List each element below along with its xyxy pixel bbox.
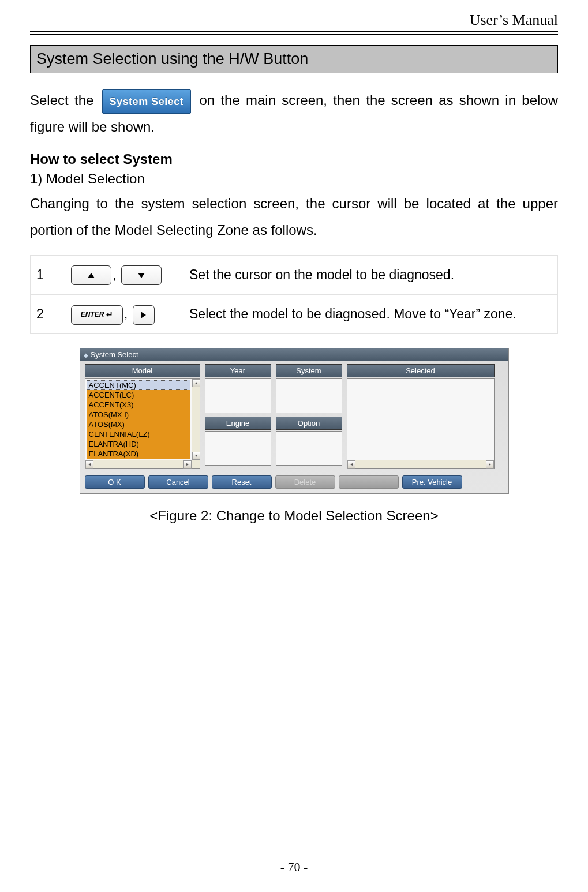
scroll-down-icon[interactable]: ▾	[192, 452, 200, 460]
system-option-column: System Option	[276, 364, 342, 466]
system-select-figure: ◆System Select Model ACCENT(MC) ACCENT(L…	[80, 348, 509, 494]
year-pane-header: Year	[205, 364, 271, 377]
list-item[interactable]: ATOS(MX)	[87, 419, 190, 429]
model-pane-header: Model	[85, 364, 200, 377]
row-keys: ENTER↵ ,	[65, 294, 183, 333]
running-head: User’s Manual	[30, 12, 558, 31]
diamond-icon: ◆	[84, 352, 88, 358]
table-row: 2 ENTER↵ , Select the model to be diagno…	[31, 294, 558, 333]
scroll-right-icon[interactable]: ▸	[183, 460, 192, 469]
how-to-select-system-heading: How to select System	[30, 151, 558, 167]
horizontal-scrollbar[interactable]: ◂ ▸	[85, 460, 192, 468]
model-selection-paragraph: Changing to the system selection screen,…	[30, 190, 558, 243]
blank-button	[339, 475, 399, 489]
engine-listbox[interactable]	[205, 431, 271, 466]
row-keys: ,	[65, 255, 183, 294]
model-pane: Model ACCENT(MC) ACCENT(LC) ACCENT(X3) A…	[85, 364, 200, 469]
reset-button[interactable]: Reset	[212, 475, 272, 489]
row-description: Select the model to be diagnosed. Move t…	[183, 294, 558, 333]
header-rule	[30, 31, 558, 35]
instruction-table: 1 , Set the cursor on the model to be di…	[30, 255, 558, 334]
down-arrow-key-icon	[121, 265, 162, 285]
list-item[interactable]: ACCENT(LC)	[87, 390, 190, 400]
selected-pane: Selected ◂ ▸	[347, 364, 495, 469]
window-title: System Select	[91, 350, 138, 359]
table-row: 1 , Set the cursor on the model to be di…	[31, 255, 558, 294]
row-description: Set the cursor on the model to be diagno…	[183, 255, 558, 294]
engine-pane: Engine	[205, 417, 271, 466]
scroll-up-icon[interactable]: ▴	[192, 379, 200, 387]
system-listbox[interactable]	[276, 378, 342, 413]
enter-key-icon: ENTER↵	[71, 305, 123, 325]
row-number: 2	[31, 294, 65, 333]
ok-button[interactable]: O K	[85, 475, 145, 489]
section-title: System Selection using the H/W Button	[30, 45, 558, 73]
system-pane: System	[276, 364, 342, 413]
scroll-left-icon[interactable]: ◂	[85, 460, 93, 469]
model-listbox[interactable]: ACCENT(MC) ACCENT(LC) ACCENT(X3) ATOS(MX…	[85, 378, 200, 469]
resize-grip-icon	[192, 460, 200, 468]
vertical-scrollbar[interactable]: ▴ ▾	[192, 379, 200, 460]
figure-body: Model ACCENT(MC) ACCENT(LC) ACCENT(X3) A…	[80, 361, 508, 473]
figure-caption: <Figure 2: Change to Model Selection Scr…	[30, 508, 558, 524]
option-pane-header: Option	[276, 417, 342, 430]
right-arrow-key-icon	[133, 305, 155, 325]
cancel-button[interactable]: Cancel	[148, 475, 208, 489]
figure-footer: O K Cancel Reset Delete Pre. Vehicle	[80, 473, 508, 493]
list-item[interactable]: ACCENT(MC)	[87, 380, 190, 390]
pre-vehicle-button[interactable]: Pre. Vehicle	[402, 475, 462, 489]
option-pane: Option	[276, 417, 342, 466]
delete-button[interactable]: Delete	[275, 475, 335, 489]
page: User’s Manual System Selection using the…	[0, 0, 588, 892]
horizontal-scrollbar[interactable]: ◂ ▸	[347, 460, 494, 468]
model-selection-number: 1) Model Selection	[30, 171, 558, 187]
scroll-left-icon[interactable]: ◂	[347, 460, 355, 469]
up-arrow-key-icon	[71, 265, 111, 285]
intro-text-before: Select the	[30, 92, 100, 108]
row-number: 1	[31, 255, 65, 294]
list-item[interactable]: ACCENT(X3)	[87, 400, 190, 410]
system-select-inline-button[interactable]: System Select	[102, 89, 192, 114]
window-title-bar: ◆System Select	[80, 348, 508, 361]
year-engine-column: Year Engine	[205, 364, 271, 466]
list-item[interactable]: ELANTRA(XD)	[87, 449, 190, 459]
year-listbox[interactable]	[205, 378, 271, 413]
list-item[interactable]: ATOS(MX I)	[87, 410, 190, 419]
intro-paragraph: Select the System Select on the main scr…	[30, 87, 558, 140]
option-listbox[interactable]	[276, 431, 342, 466]
selected-pane-header: Selected	[347, 364, 495, 377]
scroll-right-icon[interactable]: ▸	[486, 460, 494, 469]
page-number: - 70 -	[0, 860, 588, 875]
list-item[interactable]: CENTENNIAL(LZ)	[87, 429, 190, 439]
system-pane-header: System	[276, 364, 342, 377]
year-pane: Year	[205, 364, 271, 413]
list-item[interactable]: ELANTRA(HD)	[87, 439, 190, 449]
engine-pane-header: Engine	[205, 417, 271, 430]
selected-listbox[interactable]: ◂ ▸	[347, 378, 495, 469]
